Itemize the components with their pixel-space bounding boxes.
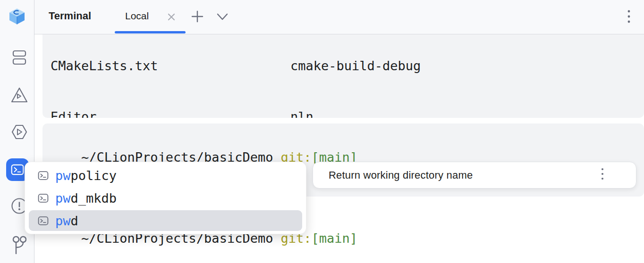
kebab-menu-icon bbox=[600, 167, 605, 182]
completion-item-pwd[interactable]: pwd bbox=[29, 210, 302, 231]
completion-item-pwpolicy[interactable]: pwpolicy bbox=[29, 164, 302, 187]
sidebar-item-panels[interactable] bbox=[11, 49, 28, 66]
plus-icon bbox=[190, 9, 204, 24]
git-branch-icon bbox=[12, 235, 26, 256]
completion-item-pwd_mkdb[interactable]: pwd_mkdb bbox=[29, 187, 302, 209]
hexagon-play-icon bbox=[11, 124, 28, 140]
stacked-panels-icon bbox=[12, 50, 26, 65]
dir-listing-row-clipped: CMakeLists.txtcmake-build-debug bbox=[51, 58, 429, 74]
terminal-command-icon bbox=[37, 192, 49, 204]
toolwindow-title: Terminal bbox=[49, 10, 91, 22]
kebab-menu-icon bbox=[626, 8, 632, 25]
tab-close-button[interactable] bbox=[166, 12, 177, 24]
clion-logo[interactable] bbox=[8, 7, 26, 26]
sidebar-item-services[interactable] bbox=[11, 123, 28, 140]
sidebar-item-version-control[interactable] bbox=[11, 235, 28, 256]
active-tab-indicator bbox=[115, 31, 186, 33]
doc-tooltip-menu-button[interactable] bbox=[600, 167, 605, 184]
chevron-down-icon bbox=[215, 12, 229, 22]
toolwindow-options-button[interactable] bbox=[626, 8, 632, 27]
doc-tooltip-text: Return working directory name bbox=[329, 169, 600, 181]
dir-listing-row: Editornln bbox=[51, 108, 429, 118]
terminal-icon bbox=[10, 162, 25, 177]
new-session-dropdown-button[interactable] bbox=[215, 12, 229, 24]
sidebar-item-profiler[interactable] bbox=[11, 87, 28, 104]
terminal-toolwindow-header: Terminal Local bbox=[34, 0, 644, 34]
new-session-button[interactable] bbox=[190, 9, 204, 25]
tab-local[interactable]: Local bbox=[125, 10, 149, 22]
terminal-output-block[interactable]: CMakeLists.txtcmake-build-debug Editornl… bbox=[42, 34, 644, 118]
completion-popup: pwpolicy pwd_mkdb pwd bbox=[25, 162, 306, 234]
triangle-play-icon bbox=[11, 87, 28, 103]
close-icon bbox=[166, 12, 177, 22]
completion-doc-tooltip: Return working directory name bbox=[313, 162, 636, 189]
prompt-git-branch: [main] bbox=[311, 231, 357, 246]
terminal-command-icon bbox=[37, 170, 49, 181]
clion-logo-icon bbox=[8, 7, 26, 26]
terminal-command-icon bbox=[37, 215, 49, 227]
